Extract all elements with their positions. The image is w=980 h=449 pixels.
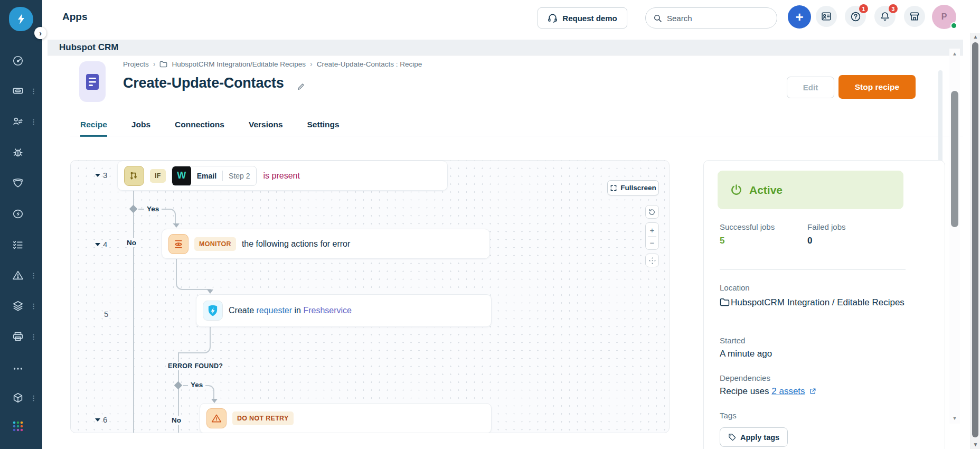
contact-sync-overflow-menu[interactable]: ⋮: [30, 118, 35, 125]
freshservice-link[interactable]: Freshservice: [303, 306, 352, 315]
failed-jobs-label: Failed jobs: [807, 222, 846, 231]
step-6-collapse[interactable]: 6: [95, 415, 107, 424]
scroll-down-arrow[interactable]: ▼: [950, 415, 959, 421]
reset-view-button[interactable]: [645, 205, 659, 219]
package-overflow-menu[interactable]: ⋮: [30, 395, 35, 401]
scroll-up-arrow[interactable]: ▲: [950, 51, 959, 57]
arrow-down-icon: [211, 399, 218, 403]
if-chip: IF: [150, 169, 166, 183]
no-branch-rail: [133, 191, 134, 433]
headset-icon: [548, 13, 558, 23]
recipe-info-panel: Active Successful jobs 5 Failed jobs 0 L…: [703, 160, 945, 449]
location-label: Location: [720, 283, 750, 292]
location-value[interactable]: HubspotCRM Integration / Editable Recipe…: [720, 294, 908, 311]
step-6-retry-card[interactable]: DO NOT RETRY: [200, 403, 492, 433]
window-scrollbar-thumb[interactable]: [972, 42, 978, 437]
marketplace-button[interactable]: [904, 6, 925, 27]
dependencies-value: Recipe uses 2 assets: [720, 386, 816, 397]
global-search: [645, 7, 777, 29]
dependencies-label: Dependencies: [720, 373, 770, 382]
chevron-right-icon: ›: [153, 60, 156, 68]
step-4-monitor-card[interactable]: MONITOR the following actions for error: [162, 229, 490, 259]
no-label-bottom: No: [169, 416, 184, 425]
app-switcher-grid-icon[interactable]: [12, 420, 24, 433]
ticket-icon[interactable]: [12, 85, 24, 97]
notifications-button[interactable]: 3: [874, 6, 896, 27]
help-button[interactable]: 1: [845, 6, 866, 27]
caret-down-icon[interactable]: [95, 418, 100, 422]
tab-connections[interactable]: Connections: [175, 120, 224, 137]
window-scroll-up-arrow[interactable]: ▲: [972, 34, 979, 40]
ticket-overflow-menu[interactable]: ⋮: [30, 88, 35, 95]
condition-branch-icon: [124, 166, 144, 186]
contacts-directory-button[interactable]: [816, 6, 837, 27]
freshworks-logo[interactable]: [9, 7, 33, 31]
request-demo-button[interactable]: Request demo: [538, 7, 627, 29]
tab-settings[interactable]: Settings: [307, 120, 340, 137]
fullscreen-button[interactable]: Fullscreen: [607, 180, 659, 195]
warning-triangle-icon: [206, 408, 227, 428]
create-new-button[interactable]: +: [788, 5, 811, 29]
breadcrumb-projects[interactable]: Projects: [123, 60, 149, 68]
checklist-icon[interactable]: [12, 238, 24, 251]
status-badge: Active: [749, 184, 783, 197]
caret-down-icon[interactable]: [95, 243, 100, 246]
recipe-flow-canvas[interactable]: 3 4 5 6 Yes No ERROR FOUND? Yes No IF W …: [70, 160, 670, 433]
yes-branch-corner: [162, 209, 176, 224]
external-link-icon: [809, 388, 816, 395]
step-4-collapse[interactable]: 4: [95, 240, 107, 249]
recipe-tabs: Recipe Jobs Connections Versions Setting…: [80, 120, 340, 137]
step-3-if-card[interactable]: IF W Email Step 2 is present: [117, 161, 448, 191]
tab-recipe[interactable]: Recipe: [80, 120, 107, 137]
workato-logo-icon: W: [172, 166, 191, 186]
recipe-title: Create-Update-Contacts: [123, 75, 284, 91]
sidebar-expand-button[interactable]: ›: [34, 27, 46, 39]
page-header-title: Apps: [62, 11, 88, 23]
step-3-collapse[interactable]: 3: [95, 171, 107, 180]
breadcrumb-project-folder[interactable]: HubspotCRM Integration/Editable Recipes: [172, 60, 306, 68]
layers-overflow-menu[interactable]: ⋮: [30, 303, 35, 310]
edit-title-pencil-icon[interactable]: [297, 82, 305, 91]
status-banner: Active: [718, 171, 903, 209]
breadcrumb: Projects › HubspotCRM Integration/Editab…: [123, 60, 422, 68]
breadcrumb-current: Create-Update-Contacts : Recipe: [317, 60, 422, 68]
fullscreen-icon: [610, 184, 617, 192]
email-datapill[interactable]: W Email Step 2: [172, 166, 257, 186]
branch-diamond: [129, 205, 138, 213]
arrow-down-icon: [207, 289, 213, 294]
contact-sync-icon[interactable]: [12, 115, 24, 128]
content-scrollbar-thumb[interactable]: [951, 91, 958, 227]
zoom-out-button[interactable]: −: [650, 238, 655, 247]
search-input[interactable]: [667, 14, 762, 23]
printer-overflow-menu[interactable]: ⋮: [30, 333, 35, 340]
window-scroll-down-arrow[interactable]: ▼: [972, 442, 979, 447]
pan-mode-button[interactable]: [645, 254, 659, 267]
started-label: Started: [720, 336, 745, 345]
edit-recipe-button[interactable]: Edit: [787, 77, 834, 98]
failed-jobs-value[interactable]: 0: [807, 236, 812, 246]
bug-icon[interactable]: [12, 146, 24, 158]
more-ellipsis-icon[interactable]: [12, 362, 24, 375]
requester-link[interactable]: requester: [256, 306, 292, 315]
alert-overflow-menu[interactable]: ⋮: [30, 272, 35, 279]
automation-bolt-icon[interactable]: [12, 208, 24, 220]
package-cube-icon[interactable]: [12, 391, 24, 404]
user-avatar[interactable]: P: [932, 5, 956, 29]
alert-triangle-icon[interactable]: [12, 269, 24, 282]
shield-icon[interactable]: [12, 176, 24, 189]
caret-down-icon[interactable]: [95, 174, 100, 177]
folder-icon: [159, 61, 167, 68]
dashboard-gauge-icon[interactable]: [12, 54, 24, 67]
layers-icon[interactable]: [12, 300, 24, 312]
stop-recipe-button[interactable]: Stop recipe: [838, 75, 916, 99]
tab-versions[interactable]: Versions: [249, 120, 283, 137]
tags-label: Tags: [720, 411, 737, 420]
step-5-action-card[interactable]: Create requester in Freshservice: [196, 294, 492, 327]
successful-jobs-value[interactable]: 5: [720, 236, 724, 246]
left-nav-sidebar: ⋮ ⋮ ⋮ ⋮ ⋮ ⋮: [0, 0, 42, 449]
assets-link[interactable]: 2 assets: [771, 386, 805, 396]
apply-tags-button[interactable]: Apply tags: [720, 427, 788, 447]
printer-icon[interactable]: [12, 330, 24, 343]
tab-jobs[interactable]: Jobs: [131, 120, 150, 137]
zoom-in-button[interactable]: +: [650, 226, 655, 235]
